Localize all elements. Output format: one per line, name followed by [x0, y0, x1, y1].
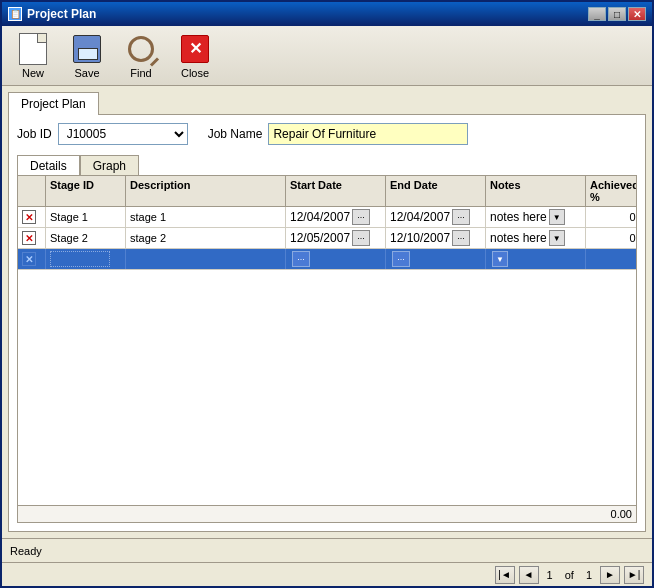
- newrow-end-date: ···: [386, 249, 486, 269]
- status-text: Ready: [10, 545, 42, 557]
- tab-project-plan[interactable]: Project Plan: [8, 92, 99, 115]
- row1-stage-id[interactable]: Stage 1: [46, 207, 126, 227]
- title-buttons: _ □ ✕: [588, 7, 646, 21]
- title-bar-left: 📋 Project Plan: [8, 7, 96, 21]
- job-id-label: Job ID: [17, 127, 52, 141]
- job-id-group: Job ID J10005: [17, 123, 188, 145]
- table-row-new: ✕ ··· ··· ▼: [18, 249, 636, 270]
- window-icon: 📋: [8, 7, 22, 21]
- row2-start-date: 12/05/2007 ···: [286, 228, 386, 248]
- window-close-button[interactable]: ✕: [628, 7, 646, 21]
- new-label: New: [22, 67, 44, 79]
- find-icon: [125, 33, 157, 65]
- newrow-description[interactable]: [126, 249, 286, 269]
- close-icon-graphic: ✕: [181, 35, 209, 63]
- toolbar: New Save Find ✕ Close: [2, 26, 652, 86]
- row1-start-date: 12/04/2007 ···: [286, 207, 386, 227]
- nav-last-button[interactable]: ►|: [624, 566, 644, 584]
- row2-start-date-value: 12/05/2007: [290, 231, 350, 245]
- row2-stage-id[interactable]: Stage 2: [46, 228, 126, 248]
- close-icon: ✕: [179, 33, 211, 65]
- newrow-delete-button[interactable]: ✕: [22, 252, 36, 266]
- row1-notes-value: notes here: [490, 210, 547, 224]
- nav-total-pages: 1: [586, 569, 592, 581]
- header-achieved: Achieved %: [586, 176, 637, 206]
- status-bar: Ready: [2, 538, 652, 562]
- content-area: Project Plan Job ID J10005 Job Name Det: [2, 86, 652, 538]
- newrow-start-date-picker[interactable]: ···: [292, 251, 310, 267]
- tab-details[interactable]: Details: [17, 155, 80, 176]
- row2-end-date: 12/10/2007 ···: [386, 228, 486, 248]
- nav-of-label: of: [565, 569, 574, 581]
- row2-description[interactable]: stage 2: [126, 228, 286, 248]
- newrow-start-date: ···: [286, 249, 386, 269]
- find-label: Find: [130, 67, 151, 79]
- find-icon-graphic: [128, 36, 154, 62]
- row1-start-date-picker[interactable]: ···: [352, 209, 370, 225]
- find-button[interactable]: Find: [116, 30, 166, 82]
- row2-delete-cell: ✕: [18, 228, 46, 248]
- outer-tabs: Project Plan: [8, 92, 646, 115]
- row1-achieved[interactable]: 0.00: [586, 207, 636, 227]
- maximize-button[interactable]: □: [608, 7, 626, 21]
- save-icon: [71, 33, 103, 65]
- row1-end-date-value: 12/04/2007: [390, 210, 450, 224]
- job-name-input[interactable]: [268, 123, 468, 145]
- row1-notes-dropdown[interactable]: ▼: [549, 209, 565, 225]
- nav-first-button[interactable]: |◄: [495, 566, 515, 584]
- newrow-achieved[interactable]: [586, 249, 636, 269]
- newrow-delete-cell: ✕: [18, 249, 46, 269]
- title-bar: 📋 Project Plan _ □ ✕: [2, 2, 652, 26]
- row2-delete-button[interactable]: ✕: [22, 231, 36, 245]
- row1-notes: notes here ▼: [486, 207, 586, 227]
- inner-tabs: Details Graph: [17, 155, 637, 176]
- row2-notes-dropdown[interactable]: ▼: [549, 230, 565, 246]
- row2-achieved[interactable]: 0.00: [586, 228, 636, 248]
- job-name-label: Job Name: [208, 127, 263, 141]
- job-id-select[interactable]: J10005: [58, 123, 188, 145]
- row1-end-date: 12/04/2007 ···: [386, 207, 486, 227]
- header-end-date: End Date: [386, 176, 486, 206]
- row2-notes: notes here ▼: [486, 228, 586, 248]
- save-label: Save: [74, 67, 99, 79]
- new-icon-graphic: [19, 33, 47, 65]
- header-stage-id: Stage ID: [46, 176, 126, 206]
- new-button[interactable]: New: [8, 30, 58, 82]
- newrow-end-date-picker[interactable]: ···: [392, 251, 410, 267]
- nav-prev-button[interactable]: ◄: [519, 566, 539, 584]
- row2-end-date-value: 12/10/2007: [390, 231, 450, 245]
- grid-body: ✕ Stage 1 stage 1 12/04/2007 ··· 12/04/2…: [18, 207, 636, 505]
- main-window: 📋 Project Plan _ □ ✕ New Save Find: [0, 0, 654, 588]
- newrow-stage-id-input[interactable]: [50, 251, 110, 267]
- row2-start-date-picker[interactable]: ···: [352, 230, 370, 246]
- grid-header: Stage ID Description Start Date End Date…: [18, 176, 636, 207]
- close-button[interactable]: ✕ Close: [170, 30, 220, 82]
- tab-content: Job ID J10005 Job Name Details Graph: [8, 114, 646, 532]
- newrow-notes: ▼: [486, 249, 586, 269]
- header-description: Description: [126, 176, 286, 206]
- table-row: ✕ Stage 1 stage 1 12/04/2007 ··· 12/04/2…: [18, 207, 636, 228]
- table-row: ✕ Stage 2 stage 2 12/05/2007 ··· 12/10/2…: [18, 228, 636, 249]
- newrow-notes-dropdown[interactable]: ▼: [492, 251, 508, 267]
- tab-graph[interactable]: Graph: [80, 155, 139, 176]
- row2-end-date-picker[interactable]: ···: [452, 230, 470, 246]
- nav-bar: |◄ ◄ 1 of 1 ► ►|: [2, 562, 652, 586]
- form-row: Job ID J10005 Job Name: [17, 123, 637, 145]
- nav-current-page: 1: [547, 569, 553, 581]
- save-button[interactable]: Save: [62, 30, 112, 82]
- total-row: 0.00: [18, 505, 636, 522]
- data-grid: Stage ID Description Start Date End Date…: [17, 175, 637, 523]
- job-name-group: Job Name: [208, 123, 469, 145]
- row1-start-date-value: 12/04/2007: [290, 210, 350, 224]
- newrow-stage-id[interactable]: [46, 249, 126, 269]
- header-start-date: Start Date: [286, 176, 386, 206]
- new-icon: [17, 33, 49, 65]
- row1-delete-cell: ✕: [18, 207, 46, 227]
- save-icon-graphic: [73, 35, 101, 63]
- close-label: Close: [181, 67, 209, 79]
- row1-end-date-picker[interactable]: ···: [452, 209, 470, 225]
- row1-description[interactable]: stage 1: [126, 207, 286, 227]
- minimize-button[interactable]: _: [588, 7, 606, 21]
- row1-delete-button[interactable]: ✕: [22, 210, 36, 224]
- nav-next-button[interactable]: ►: [600, 566, 620, 584]
